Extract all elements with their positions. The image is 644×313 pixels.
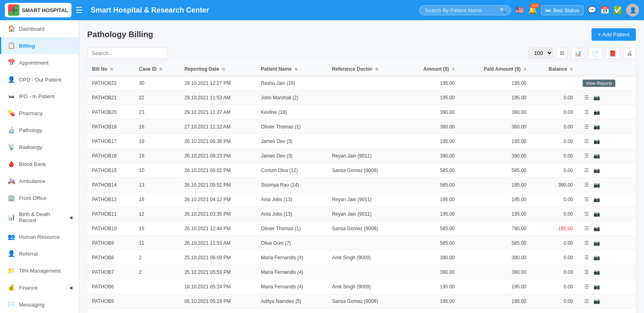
photo-action-button[interactable]: 📷 bbox=[592, 152, 602, 160]
cell-reporting-date: 26.10.2021 06:38 PM bbox=[180, 134, 256, 149]
list-action-button[interactable]: ☰ bbox=[583, 210, 591, 218]
list-action-button[interactable]: ☰ bbox=[583, 137, 591, 145]
list-action-button[interactable]: ☰ bbox=[583, 181, 591, 189]
col-case-id[interactable]: Case ID ⇅ bbox=[134, 62, 180, 76]
list-action-button[interactable]: ☰ bbox=[583, 268, 591, 276]
sidebar-item-dashboard[interactable]: 🏠 Dashboard bbox=[0, 20, 79, 37]
per-page-select[interactable]: 100 50 25 bbox=[529, 48, 553, 59]
cell-case-id: 19 bbox=[134, 149, 180, 163]
list-action-button[interactable]: ☰ bbox=[583, 166, 591, 174]
cell-amount: 195.00 bbox=[403, 309, 459, 313]
sidebar-label-pathology: Pathology bbox=[19, 127, 42, 133]
bed-status-button[interactable]: 🛏 Bed Status bbox=[541, 5, 583, 15]
list-action-button[interactable]: ☰ bbox=[583, 254, 591, 261]
photo-action-button[interactable]: 📷 bbox=[592, 268, 602, 276]
photo-action-button[interactable]: 📷 bbox=[592, 94, 602, 101]
whatsapp-icon[interactable]: 💬 bbox=[587, 6, 596, 15]
sidebar-item-ambulance[interactable]: 🚑 Ambulance bbox=[0, 172, 79, 189]
col-reporting-date[interactable]: Reporting Date ⇅ bbox=[180, 62, 256, 76]
list-action-button[interactable]: ☰ bbox=[583, 283, 591, 290]
list-action-button[interactable]: ☰ bbox=[583, 297, 591, 305]
sidebar-item-blood-bank[interactable]: 🩸 Blood Bank bbox=[0, 155, 79, 172]
list-action-button[interactable]: ☰ bbox=[583, 195, 591, 203]
photo-action-button[interactable]: 📷 bbox=[592, 225, 602, 232]
sidebar-item-referral[interactable]: 👤 Referral bbox=[0, 245, 79, 262]
print-button[interactable]: 🖨 bbox=[623, 48, 636, 59]
opd-icon: 👤 bbox=[8, 76, 15, 83]
sidebar-item-opd[interactable]: 👤 OPD - Out Patient bbox=[0, 71, 79, 88]
patient-search-box[interactable]: 🔍 bbox=[419, 5, 511, 15]
cell-case-id bbox=[134, 309, 180, 313]
cell-amount: 390.00 bbox=[403, 149, 459, 163]
list-action-button[interactable]: ☰ bbox=[583, 123, 591, 130]
photo-action-button[interactable]: 📷 bbox=[592, 108, 602, 116]
cell-case-id: 23 bbox=[134, 105, 180, 120]
user-avatar[interactable]: 👤 bbox=[626, 4, 639, 17]
view-reports-button[interactable]: View Reports bbox=[583, 80, 615, 87]
col-reference-doctor[interactable]: Reference Doctor ⇅ bbox=[327, 62, 403, 76]
sidebar-item-front-office[interactable]: 🏢 Front Office bbox=[0, 189, 79, 206]
cell-actions: ☰ 📷 bbox=[578, 105, 636, 120]
table-row: PATHOB16 19 26.10.2021 06:23 PM James De… bbox=[87, 149, 636, 163]
cell-case-id: 11 bbox=[134, 236, 180, 250]
photo-action-button[interactable]: 📷 bbox=[592, 254, 602, 261]
sidebar-item-appointment[interactable]: 📅 Appointment bbox=[0, 54, 79, 71]
sidebar-item-pathology[interactable]: 🔬 Pathology bbox=[0, 122, 79, 139]
cell-balance: 0.00 bbox=[531, 309, 578, 313]
sidebar-item-pharmacy[interactable]: 💊 Pharmacy bbox=[0, 105, 79, 122]
col-amount[interactable]: Amount ($) ⇅ bbox=[403, 62, 459, 76]
tasks-icon[interactable]: ✅ bbox=[613, 6, 622, 15]
list-action-button[interactable]: ☰ bbox=[583, 225, 591, 232]
col-paid-amount[interactable]: Paid Amount ($) ⇅ bbox=[459, 62, 531, 76]
cell-patient-name: Olivier Thomas (1) bbox=[256, 120, 327, 134]
pathology-icon: 🔬 bbox=[8, 126, 15, 134]
calendar-icon[interactable]: 📅 bbox=[600, 6, 609, 15]
sidebar-item-finance[interactable]: 💰 Finance ◀ bbox=[0, 279, 79, 296]
flag-icon[interactable]: 🇺🇸 bbox=[515, 6, 524, 15]
cell-actions: ☰ 📷 bbox=[578, 178, 636, 192]
sidebar-label-human-resource: Human Resource bbox=[19, 234, 60, 240]
list-action-button[interactable]: ☰ bbox=[583, 94, 591, 101]
col-patient-name[interactable]: Patient Name ⇅ bbox=[256, 62, 327, 76]
add-patient-button[interactable]: + Add Patient bbox=[592, 28, 636, 41]
sidebar-item-messaging[interactable]: ✉️ Messaging bbox=[0, 296, 79, 313]
csv-button[interactable]: 📄 bbox=[588, 48, 602, 59]
list-action-button[interactable]: ☰ bbox=[583, 239, 591, 247]
sidebar-item-ipd[interactable]: 🛏 IPD - In Patient bbox=[0, 88, 79, 105]
col-balance[interactable]: Balance ⇅ bbox=[531, 62, 578, 76]
cell-amount: 360.00 bbox=[403, 120, 459, 134]
photo-action-button[interactable]: 📷 bbox=[592, 283, 602, 290]
sidebar-item-billing[interactable]: 📋 Billing bbox=[0, 37, 79, 54]
sidebar-item-human-resource[interactable]: 👥 Human Resource bbox=[0, 228, 79, 245]
list-action-button[interactable]: ☰ bbox=[583, 152, 591, 160]
cell-case-id bbox=[134, 279, 180, 294]
cell-reporting-date: 29.10.2021 11:37 AM bbox=[180, 105, 256, 120]
photo-action-button[interactable]: 📷 bbox=[592, 137, 602, 145]
col-bill-no[interactable]: Bill No ⇅ bbox=[87, 62, 134, 76]
sidebar-item-radiology[interactable]: 📡 Radiology bbox=[0, 139, 79, 155]
photo-action-button[interactable]: 📷 bbox=[592, 239, 602, 247]
cell-case-id: 15 bbox=[134, 221, 180, 236]
cell-amount: 195.00 bbox=[403, 294, 459, 309]
sidebar-item-birth-death[interactable]: 📊 Birth & Death Record ◀ bbox=[0, 206, 79, 228]
menu-icon[interactable]: ☰ bbox=[76, 5, 83, 15]
logo[interactable]: ➕ SMART HOSPITAL bbox=[5, 3, 71, 17]
excel-button[interactable]: 📊 bbox=[571, 48, 585, 59]
photo-action-button[interactable]: 📷 bbox=[592, 195, 602, 203]
photo-action-button[interactable]: 📷 bbox=[592, 123, 602, 130]
pdf-button[interactable]: 📕 bbox=[606, 48, 620, 59]
list-action-button[interactable]: ☰ bbox=[583, 108, 591, 116]
cell-case-id: 13 bbox=[134, 178, 180, 192]
table-search-input[interactable] bbox=[87, 47, 168, 59]
copy-button[interactable]: ⧉ bbox=[556, 47, 568, 59]
cell-reference-doctor: Amit Singh (9009) bbox=[327, 250, 403, 265]
notification-bell[interactable]: 🔔 593 bbox=[528, 6, 537, 15]
sidebar-item-tpa[interactable]: 📁 TPA Management bbox=[0, 262, 79, 279]
photo-action-button[interactable]: 📷 bbox=[592, 166, 602, 174]
cell-bill-no: PATHOB20 bbox=[87, 105, 134, 120]
photo-action-button[interactable]: 📷 bbox=[592, 297, 602, 305]
photo-action-button[interactable]: 📷 bbox=[592, 181, 602, 189]
patient-search-input[interactable] bbox=[424, 7, 497, 13]
cell-patient-name: Olivier Thomas (1) bbox=[256, 221, 327, 236]
photo-action-button[interactable]: 📷 bbox=[592, 210, 602, 218]
